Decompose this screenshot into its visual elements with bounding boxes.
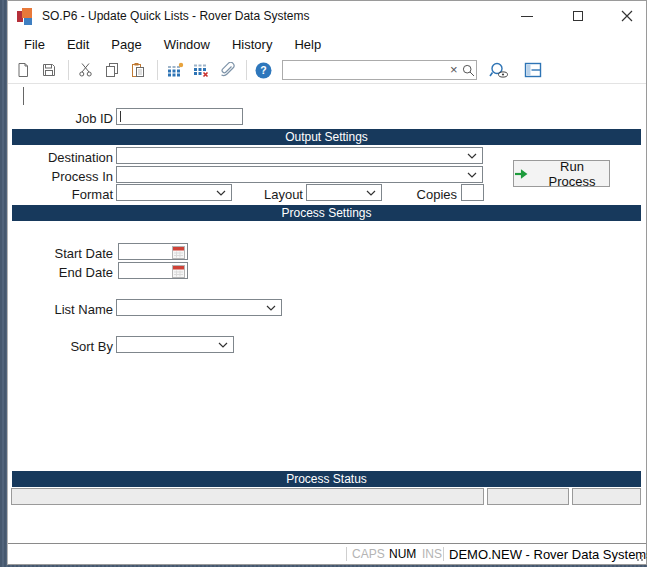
search-icon[interactable] <box>462 64 479 77</box>
lookup-magnifier-eye-icon <box>489 62 509 79</box>
calendar-icon[interactable] <box>172 245 185 263</box>
title-bar: SO.P6 - Update Quick Lists - Rover Data … <box>8 1 646 31</box>
maximize-button[interactable] <box>563 1 593 31</box>
copies-label: Copies <box>402 187 457 202</box>
process-status-cell-count <box>572 488 641 505</box>
minimize-icon <box>521 16 533 17</box>
menu-bar: File Edit Page Window History Help <box>8 31 646 57</box>
statusbar-separator <box>346 547 347 561</box>
attachment-button[interactable] <box>215 59 238 81</box>
chevron-down-icon <box>467 172 477 178</box>
text-caret <box>23 87 24 105</box>
job-id-input[interactable] <box>116 108 243 125</box>
save-icon <box>41 62 57 78</box>
menu-window[interactable]: Window <box>156 34 218 55</box>
chevron-down-icon <box>366 190 376 196</box>
toolbar-separator <box>246 60 247 80</box>
new-document-icon <box>15 62 31 78</box>
job-id-label: Job ID <box>13 111 113 126</box>
destination-label: Destination <box>13 150 113 165</box>
chevron-down-icon <box>216 190 226 196</box>
destination-select[interactable] <box>116 147 483 164</box>
output-settings-header: Output Settings <box>12 129 641 145</box>
num-indicator: NUM <box>389 547 416 561</box>
caps-indicator: CAPS <box>352 547 385 561</box>
process-status-cell-progress <box>487 488 569 505</box>
paste-icon <box>130 62 146 78</box>
list-name-label: List Name <box>13 302 113 317</box>
help-button[interactable]: ? <box>252 59 275 81</box>
lookup-button[interactable] <box>487 59 510 81</box>
run-arrow-icon <box>514 168 529 180</box>
toolbar: ? × <box>8 57 646 84</box>
menu-page[interactable]: Page <box>103 34 149 55</box>
copy-button[interactable] <box>100 59 123 81</box>
app-window: SO.P6 - Update Quick Lists - Rover Data … <box>7 0 647 565</box>
statusbar-separator <box>443 547 444 561</box>
process-status-cell-message <box>11 488 484 505</box>
run-process-label: Run Process <box>535 159 609 189</box>
format-select[interactable] <box>116 184 232 201</box>
new-document-button[interactable] <box>11 59 34 81</box>
end-date-label: End Date <box>13 265 113 280</box>
process-status-header: Process Status <box>12 471 641 487</box>
end-date-input[interactable] <box>118 262 188 279</box>
session-label: DEMO.NEW - Rover Data Systems <box>449 547 647 562</box>
process-settings-header: Process Settings <box>12 205 641 221</box>
ins-indicator: INS <box>422 547 442 561</box>
menu-help[interactable]: Help <box>286 34 329 55</box>
layout-panels-button[interactable] <box>521 59 544 81</box>
paperclip-icon <box>219 62 235 78</box>
window-title: SO.P6 - Update Quick Lists - Rover Data … <box>42 9 309 23</box>
resize-grip[interactable] <box>633 551 643 561</box>
save-button[interactable] <box>37 59 60 81</box>
app-icon-orange-square <box>22 8 32 18</box>
help-icon: ? <box>255 62 272 79</box>
insert-row-icon <box>166 62 184 78</box>
start-date-input[interactable] <box>118 243 188 260</box>
toolbar-search: × <box>282 60 477 80</box>
svg-text:?: ? <box>260 64 266 76</box>
menu-history[interactable]: History <box>224 34 280 55</box>
process-in-label: Process In <box>13 169 113 184</box>
cut-button[interactable] <box>74 59 97 81</box>
sort-by-select[interactable] <box>116 336 234 353</box>
minimize-button[interactable] <box>512 1 542 31</box>
toolbar-separator <box>157 60 158 80</box>
layout-panels-icon <box>524 62 542 78</box>
delete-row-button[interactable] <box>189 59 212 81</box>
sort-by-label: Sort By <box>13 339 113 354</box>
insert-row-button[interactable] <box>163 59 186 81</box>
menu-edit[interactable]: Edit <box>59 34 97 55</box>
start-date-label: Start Date <box>13 246 113 261</box>
toolbar-separator <box>68 60 69 80</box>
copy-icon <box>104 62 120 78</box>
search-input[interactable] <box>283 62 446 78</box>
layout-select[interactable] <box>306 184 382 201</box>
cut-icon <box>78 62 94 78</box>
chevron-down-icon <box>467 153 477 159</box>
copies-input[interactable] <box>461 184 484 201</box>
job-id-caret <box>120 111 121 122</box>
close-icon <box>621 10 633 22</box>
format-label: Format <box>13 187 113 202</box>
layout-label: Layout <box>248 187 303 202</box>
process-in-select[interactable] <box>116 166 483 183</box>
status-bar: CAPS NUM INS DEMO.NEW - Rover Data Syste… <box>8 543 646 564</box>
delete-row-icon <box>192 62 210 78</box>
chevron-down-icon <box>266 305 276 311</box>
app-icon-blue-square <box>24 18 32 25</box>
chevron-down-icon <box>218 342 228 348</box>
maximize-icon <box>573 11 583 21</box>
search-clear-icon[interactable]: × <box>446 61 462 79</box>
run-process-button[interactable]: Run Process <box>513 160 610 187</box>
app-icon <box>17 8 34 25</box>
paste-button[interactable] <box>126 59 149 81</box>
calendar-icon[interactable] <box>172 264 185 282</box>
menu-file[interactable]: File <box>16 34 53 55</box>
list-name-select[interactable] <box>116 299 282 316</box>
close-button[interactable] <box>612 1 642 31</box>
